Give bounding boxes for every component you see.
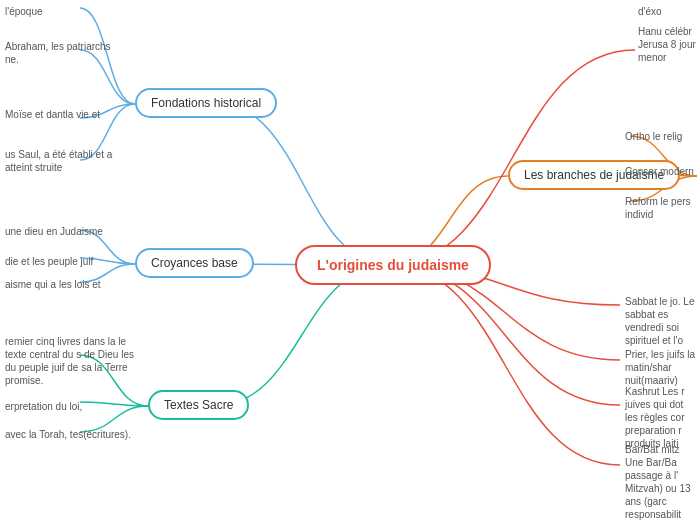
text-ortho: Ortho le relig [625, 130, 682, 143]
text-saul: us Saul, a été établi et a atteint strui… [5, 148, 125, 174]
text-kashrut: Kashrut Les r juives qui dot les règles … [625, 385, 697, 450]
text-epoque: l'époque [5, 5, 43, 18]
text-hanu: Hanu célébr Jerusa 8 jour menor [638, 25, 697, 64]
fondations-node[interactable]: Fondations historical [135, 88, 277, 118]
text-exo: d'éxo [638, 5, 662, 18]
text-cons: Conser modern [625, 165, 694, 178]
text-dieu: une dieu en Judaisme [5, 225, 103, 238]
text-cinq-livres: remier cinq livres dans la le texte cent… [5, 335, 145, 387]
text-moise: Moïse et dantla vie et [5, 108, 100, 121]
text-sabbat: Sabbat le jo. Le sabbat es vendredi soi … [625, 295, 697, 347]
textes-node[interactable]: Textes Sacre [148, 390, 249, 420]
text-torah: avec la Torah, tes(écritures). [5, 428, 131, 441]
text-reform: Reform le pers individ [625, 195, 697, 221]
text-peuple: die et les peuple juif [5, 255, 93, 268]
croyances-node[interactable]: Croyances base [135, 248, 254, 278]
text-prier: Prier, les juifs la matin/shar nuit(maar… [625, 348, 697, 387]
center-node[interactable]: L'origines du judaisme [295, 245, 491, 285]
text-loi: erpretation du loi, [5, 400, 82, 413]
text-bar-bat: Bar/Bat mitz Une Bar/Ba passage à l' Mit… [625, 443, 697, 520]
text-abraham: Abraham, les patriarchs ne. [5, 40, 125, 66]
text-lois: aisme qui a les lois et [5, 278, 101, 291]
